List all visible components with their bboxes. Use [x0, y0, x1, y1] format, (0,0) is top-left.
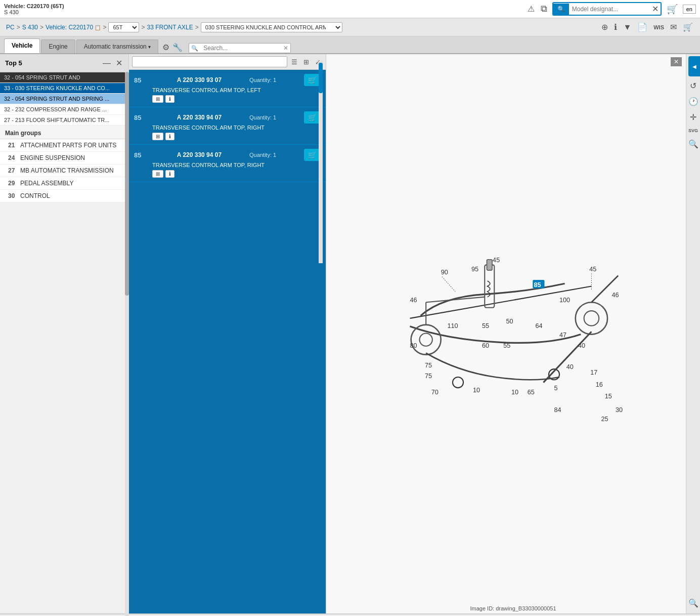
model-search-input[interactable] [569, 4, 650, 14]
diagram-blue-tab[interactable]: ◀ [688, 56, 701, 76]
part-info-icon-2[interactable]: ℹ [165, 170, 174, 178]
tab-engine[interactable]: Engine [41, 39, 75, 53]
tab-icon-settings[interactable]: ⚙ [161, 42, 170, 53]
parts-scrollbar-thumb[interactable] [319, 63, 323, 93]
header-info: Vehicle: C220170 (65T) S 430 [4, 3, 64, 15]
part-item-1[interactable]: 85 A 220 330 94 07 Quantity: 1 🛒 TRANSVE… [129, 107, 326, 145]
part-name-1: TRANSVERSE CONTROL ARM TOP, RIGHT [152, 125, 321, 131]
svg-text:55: 55 [503, 342, 510, 349]
part-qty-0: Quantity: 1 [249, 77, 276, 83]
svg-text:90: 90 [441, 269, 448, 276]
parts-search-input[interactable] [132, 56, 287, 67]
part-pos-0: 85 [134, 76, 149, 84]
breadcrumb-steering-dropdown[interactable]: 030 STEERING KNUCKLE AND CONTROL ARM [201, 22, 342, 32]
part-table-icon-2[interactable]: ⊞ [152, 170, 163, 178]
tab-automatic-transmission[interactable]: Automatic transmission [76, 39, 158, 53]
breadcrumb-cart-icon[interactable]: 🛒 [682, 21, 694, 33]
part-table-icon-1[interactable]: ⊞ [152, 133, 163, 140]
part-item-0[interactable]: 85 A 220 330 93 07 Quantity: 1 🛒 TRANSVE… [129, 70, 326, 107]
sidebar-title: Top 5 [5, 59, 22, 67]
parts-grid-view[interactable]: ⊞ [301, 57, 311, 67]
svg-text:65: 65 [528, 388, 535, 395]
tab-vehicle[interactable]: Vehicle [4, 38, 40, 53]
svg-text:64: 64 [536, 322, 543, 329]
svg-text:75: 75 [425, 373, 432, 380]
tab-icon-tools[interactable]: 🔧 [171, 42, 184, 53]
sidebar-scrollbar-thumb[interactable] [125, 72, 129, 296]
svg-text:25: 25 [601, 415, 608, 422]
svg-text:15: 15 [605, 393, 612, 400]
diagram-zoom-in-icon[interactable]: 🔍 [687, 138, 700, 150]
sidebar: Top 5 — ✕ 32 - 054 SPRING STRUT AND 33 -… [0, 54, 129, 202]
breadcrumb-vehicle[interactable]: Vehicle: C220170 📋 [46, 24, 101, 31]
parts-list: 85 A 220 330 93 07 Quantity: 1 🛒 TRANSVE… [129, 70, 326, 613]
mail-icon[interactable]: ✉ [669, 21, 678, 33]
filter-icon[interactable]: ▼ [622, 22, 632, 33]
sidebar-wrapper: Top 5 — ✕ 32 - 054 SPRING STRUT AND 33 -… [0, 54, 129, 613]
svg-text:40: 40 [578, 342, 585, 349]
sidebar-scrollbar[interactable] [125, 69, 129, 616]
part-item-2[interactable]: 85 A 220 330 94 07 Quantity: 1 🛒 TRANSVE… [129, 145, 326, 182]
sidebar-group-29[interactable]: 29 PEDAL ASSEMBLY [0, 177, 128, 190]
doc-icon[interactable]: 📄 [636, 21, 648, 33]
diagram-zoom-out-icon[interactable]: 🔍 [687, 597, 700, 609]
diagram-history-icon[interactable]: 🕐 [687, 95, 700, 108]
svg-text:40: 40 [566, 363, 574, 371]
parts-scrollbar[interactable] [319, 61, 323, 263]
part-name-0: TRANSVERSE CONTROL ARM TOP, LEFT [152, 87, 321, 93]
model-search-button[interactable]: 🔍 [553, 4, 569, 15]
sidebar-item-4[interactable]: 27 - 213 FLOOR SHIFT,AUTOMATIC TR... [0, 115, 128, 126]
alert-icon[interactable]: ⚠ [527, 3, 536, 15]
language-badge[interactable]: en [683, 5, 696, 14]
breadcrumb: PC > S 430 > Vehicle: C220170 📋 > 65T > … [0, 18, 700, 36]
wis-icon[interactable]: WIS [652, 23, 665, 31]
diagram-undo-icon[interactable]: ↺ [688, 79, 698, 92]
copy-icon[interactable]: ⧉ [540, 3, 548, 15]
part-icons-2: ⊞ ℹ [152, 170, 321, 178]
diagram-image-id: Image ID: drawing_B33030000051 [326, 603, 700, 613]
svg-text:55: 55 [482, 322, 489, 329]
svg-rect-8 [487, 259, 493, 270]
svg-text:110: 110 [447, 322, 458, 329]
sidebar-item-2[interactable]: 32 - 054 SPRING STRUT AND SPRING ... [0, 94, 128, 104]
sidebar-group-30[interactable]: 30 CONTROL [0, 190, 128, 202]
diagram-svg-icon[interactable]: SVG [687, 127, 699, 135]
breadcrumb-65t-dropdown[interactable]: 65T [108, 22, 139, 32]
part-info-icon-1[interactable]: ℹ [165, 133, 174, 140]
info-icon[interactable]: ℹ [613, 21, 618, 33]
model-search-clear[interactable]: ✕ [650, 3, 661, 15]
svg-text:80: 80 [410, 342, 417, 349]
sidebar-group-24[interactable]: 24 ENGINE SUSPENSION [0, 152, 128, 165]
part-info-icon-0[interactable]: ℹ [165, 95, 174, 103]
breadcrumb-s430[interactable]: S 430 [22, 24, 38, 31]
part-qty-2: Quantity: 1 [249, 152, 276, 158]
diagram-panel: ✕ [326, 54, 700, 613]
svg-text:100: 100 [559, 297, 570, 304]
tab-search-clear[interactable]: ✕ [281, 44, 290, 53]
sidebar-item-3[interactable]: 32 - 232 COMPRESSOR AND RANGE ... [0, 104, 128, 115]
cart-icon[interactable]: 🛒 [666, 3, 679, 16]
tab-search-input[interactable] [200, 44, 281, 53]
diagram-crosshair-icon[interactable]: ✛ [688, 111, 698, 124]
sidebar-group-27[interactable]: 27 MB AUTOMATIC TRANSMISSION [0, 165, 128, 177]
svg-text:85: 85 [534, 281, 541, 288]
sidebar-group-21[interactable]: 21 ATTACHMENT PARTS FOR UNITS [0, 139, 128, 152]
breadcrumb-pc[interactable]: PC [6, 24, 15, 31]
header-right: ⚠ ⧉ 🔍 ✕ 🛒 en [527, 2, 696, 16]
part-pos-1: 85 [134, 114, 149, 121]
svg-point-2 [420, 333, 432, 346]
sidebar-collapse-icon[interactable]: — [102, 57, 112, 69]
sidebar-item-1[interactable]: 33 - 030 STEERING KNUCKLE AND CO... [0, 83, 128, 94]
part-table-icon-0[interactable]: ⊞ [152, 95, 163, 103]
sidebar-item-0[interactable]: 32 - 054 SPRING STRUT AND [0, 72, 128, 83]
parts-list-view[interactable]: ☰ [289, 57, 299, 67]
svg-text:10: 10 [511, 388, 518, 395]
sidebar-close-icon[interactable]: ✕ [115, 57, 123, 69]
diagram-close-button[interactable]: ✕ [671, 57, 682, 66]
tab-search-icon[interactable]: 🔍 [189, 44, 200, 53]
part-icons-0: ⊞ ℹ [152, 95, 321, 103]
svg-text:84: 84 [554, 406, 561, 413]
breadcrumb-front-axle[interactable]: 33 FRONT AXLE [147, 24, 193, 31]
zoom-in-icon[interactable]: ⊕ [600, 21, 609, 33]
parts-toolbar: ☰ ⊞ ⤢ [129, 54, 326, 70]
